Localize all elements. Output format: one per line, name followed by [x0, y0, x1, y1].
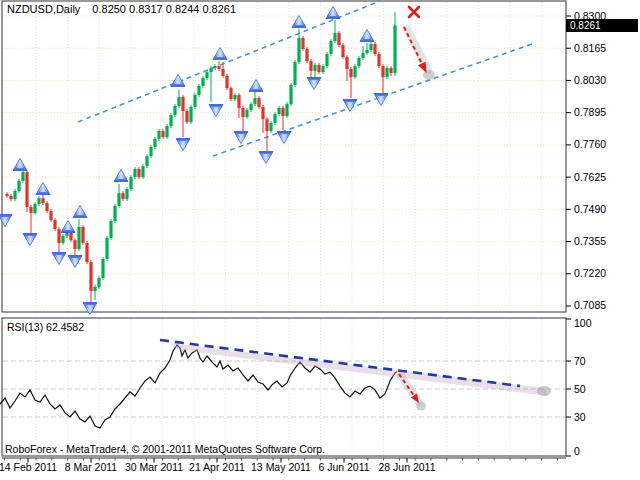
- current-price-tag: 0.8261: [566, 19, 638, 32]
- price-tick-label: 0.7220: [574, 267, 606, 279]
- date-label: 6 Jun 2011: [318, 461, 369, 473]
- price-tick-label: 0.7760: [574, 138, 606, 150]
- price-tick-label: 0.7085: [574, 299, 606, 311]
- date-axis: 14 Feb 20118 Mar 201130 Mar 201121 Apr 2…: [0, 458, 557, 473]
- chart-title: NZDUSD,Daily0.8250 0.8317 0.8244 0.8261: [7, 3, 236, 15]
- rsi-trendline[interactable]: [160, 340, 551, 396]
- rsi-indicator-label: RSI(13) 62.4582: [7, 321, 84, 333]
- rsi-tick-label: 70: [574, 355, 586, 367]
- candles-layer: [5, 12, 396, 305]
- copyright-label: RoboForex - MetaTrader4, © 2001-2011 Met…: [5, 443, 325, 455]
- price-tick-label: 0.7895: [574, 106, 606, 118]
- rsi-line: [0, 345, 397, 428]
- forecast-arrow-icon[interactable]: [404, 27, 435, 80]
- linear-regression-channel[interactable]: [78, 1, 532, 156]
- rsi-tick-label: 30: [574, 411, 586, 423]
- rsi-axis: 1007050300: [566, 317, 592, 457]
- ohlc-quote-label: 0.8250 0.8317 0.8244 0.8261: [92, 3, 236, 15]
- symbol-period-label: NZDUSD,Daily: [7, 3, 80, 15]
- rsi-tick-label: 100: [574, 317, 592, 329]
- mt4-chart-window: 0.83000.81650.80300.78950.77600.76250.74…: [0, 0, 640, 480]
- price-tick-label: 0.8030: [574, 74, 606, 86]
- date-label: 21 Apr 2011: [189, 461, 245, 473]
- channel-lower-line: [213, 44, 532, 156]
- date-label: 28 Jun 2011: [378, 461, 435, 473]
- price-tick-label: 0.7490: [574, 203, 606, 215]
- date-label: 8 Mar 2011: [65, 461, 117, 473]
- price-tick-label: 0.7625: [574, 171, 606, 183]
- date-label: 13 May 2011: [251, 461, 311, 473]
- price-axis: 0.83000.81650.80300.78950.77600.76250.74…: [566, 10, 606, 312]
- price-tick-label: 0.7355: [574, 235, 606, 247]
- date-label: 30 Mar 2011: [125, 461, 183, 473]
- date-label: 14 Feb 2011: [0, 461, 57, 473]
- chart-canvas[interactable]: 0.83000.81650.80300.78950.77600.76250.74…: [0, 0, 640, 480]
- rsi-tick-label: 50: [574, 383, 586, 395]
- main-chart-panel: [2, 1, 566, 312]
- channel-upper-line: [78, 1, 380, 122]
- rsi-tick-label: 0: [574, 445, 580, 457]
- price-tick-label: 0.8165: [574, 42, 606, 54]
